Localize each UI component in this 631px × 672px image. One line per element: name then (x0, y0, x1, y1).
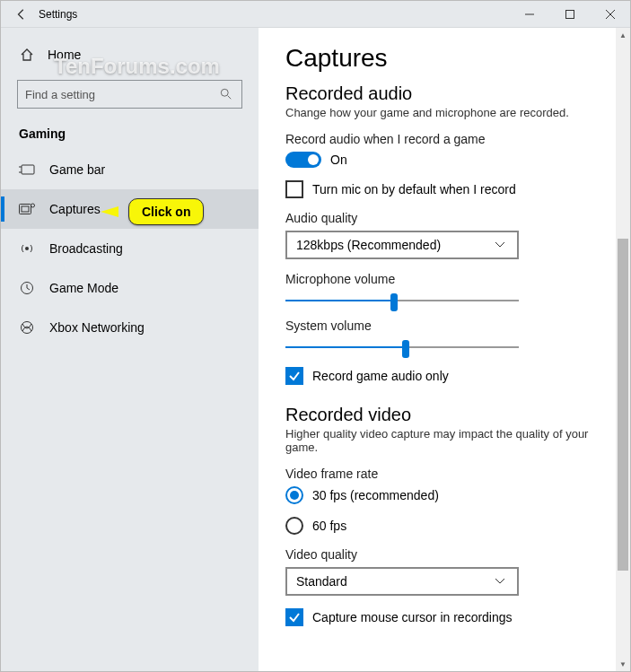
mic-volume-slider[interactable] (285, 292, 519, 310)
sys-volume-slider[interactable] (285, 338, 519, 356)
window-controls (509, 1, 630, 28)
fps60-label: 60 fps (312, 519, 346, 533)
home-button[interactable]: Home (1, 37, 259, 73)
close-button[interactable] (590, 1, 630, 28)
game-bar-icon (19, 161, 35, 178)
game-mode-icon (19, 280, 35, 296)
svg-line-15 (27, 288, 30, 290)
search-input[interactable]: Find a setting (17, 80, 242, 109)
svg-rect-9 (20, 205, 31, 214)
scrollbar-thumb[interactable] (618, 239, 628, 571)
sidebar-item-xbox-networking[interactable]: Xbox Networking (1, 308, 259, 347)
scroll-up-arrow[interactable]: ▲ (616, 28, 630, 42)
chevron-down-icon (492, 237, 508, 253)
sidebar-item-label: Game Mode (49, 281, 118, 295)
video-heading: Recorded video (285, 405, 594, 425)
search-icon (218, 86, 234, 102)
audio-desc: Change how your game and microphone are … (285, 106, 594, 119)
maximize-button[interactable] (549, 1, 590, 28)
audio-heading: Recorded audio (285, 83, 594, 104)
broadcasting-icon (19, 240, 35, 257)
content: Home Find a setting Gaming Game bar Capt… (1, 28, 630, 671)
cursor-checkbox[interactable] (285, 608, 303, 626)
audio-quality-label: Audio quality (285, 211, 594, 225)
home-label: Home (48, 48, 81, 62)
svg-point-11 (31, 204, 35, 207)
game-audio-only-label: Record game audio only (312, 369, 449, 383)
sidebar-item-label: Game bar (49, 162, 105, 177)
chevron-down-icon (492, 573, 508, 589)
home-icon (19, 47, 35, 63)
sys-volume-label: System volume (285, 319, 594, 333)
svg-point-16 (22, 322, 33, 334)
dropdown-value: 128kbps (Recommended) (296, 238, 441, 252)
sidebar-item-game-bar[interactable]: Game bar (1, 150, 259, 189)
dropdown-value: Standard (296, 574, 347, 589)
titlebar: Settings (1, 1, 630, 28)
svg-point-4 (221, 89, 228, 96)
sidebar-item-label: Captures (49, 202, 101, 216)
cursor-label: Capture mouse cursor in recordings (312, 610, 513, 624)
video-quality-dropdown[interactable]: Standard (285, 567, 519, 596)
game-audio-only-checkbox[interactable] (285, 367, 303, 385)
section-title: Gaming (1, 121, 259, 150)
record-audio-label: Record audio when I record a game (285, 132, 594, 146)
scrollbar[interactable]: ▲ ▼ (616, 28, 630, 671)
sidebar-item-label: Broadcasting (49, 241, 123, 256)
mic-volume-label: Microphone volume (285, 272, 594, 286)
record-audio-toggle[interactable] (285, 152, 321, 168)
audio-quality-dropdown[interactable]: 128kbps (Recommended) (285, 231, 519, 259)
back-button[interactable] (8, 1, 35, 28)
settings-window: Settings Home Find a setting Gaming Game… (0, 0, 631, 672)
scroll-down-arrow[interactable]: ▼ (616, 657, 630, 671)
video-desc: Higher quality video capture may impact … (285, 427, 594, 454)
minimize-button[interactable] (509, 1, 549, 28)
video-quality-label: Video quality (285, 547, 594, 562)
sidebar-item-game-mode[interactable]: Game Mode (1, 268, 259, 308)
page-title: Captures (285, 44, 594, 73)
mic-default-label: Turn mic on by default when I record (312, 182, 516, 196)
captures-icon (19, 201, 35, 217)
callout-annotation: Click on (128, 198, 204, 225)
sidebar-item-broadcasting[interactable]: Broadcasting (1, 229, 259, 268)
svg-rect-10 (22, 206, 29, 212)
sidebar: Home Find a setting Gaming Game bar Capt… (1, 28, 259, 671)
main-scroll: Captures Recorded audio Change how your … (259, 28, 616, 671)
fps60-radio[interactable] (285, 517, 303, 535)
framerate-label: Video frame rate (285, 467, 594, 481)
toggle-state: On (330, 153, 347, 167)
xbox-icon (19, 319, 35, 336)
svg-rect-6 (22, 165, 34, 174)
svg-point-12 (25, 247, 29, 250)
svg-rect-1 (565, 10, 574, 18)
mic-default-checkbox[interactable] (285, 180, 303, 198)
sidebar-item-label: Xbox Networking (49, 320, 145, 335)
main-panel: Captures Recorded audio Change how your … (259, 28, 630, 671)
fps30-radio[interactable] (285, 486, 303, 504)
window-title: Settings (35, 8, 509, 21)
search-placeholder: Find a setting (25, 88, 95, 101)
fps30-label: 30 fps (recommended) (312, 488, 439, 502)
svg-line-5 (228, 96, 232, 100)
